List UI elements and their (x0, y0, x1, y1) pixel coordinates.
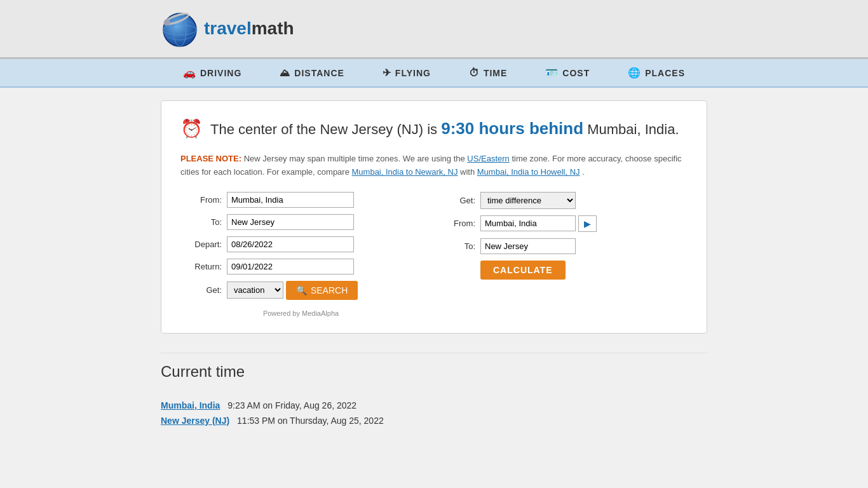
result-heading: ⏰ The center of the New Jersey (NJ) is 9… (180, 117, 688, 140)
powered-by: Powered by MediaAlpha (180, 309, 421, 317)
note-text1: New Jersey may span multiple time zones.… (244, 154, 468, 163)
nav-places[interactable]: 🌐 PLACES (609, 59, 704, 86)
mumbai-time-row: Mumbai, India 9:23 AM on Friday, Aug 26,… (161, 400, 707, 410)
result-prefix: The center of the (210, 121, 316, 137)
plane-icon: ✈ (383, 67, 391, 79)
nav-cost[interactable]: 🪪 COST (526, 59, 609, 86)
return-input[interactable] (227, 259, 354, 274)
nav-time-label: TIME (484, 68, 507, 78)
note-text3: with (460, 167, 477, 177)
search-label: SEARCH (311, 285, 348, 295)
logo-travel: travel (204, 18, 252, 38)
divider (161, 353, 707, 353)
calculate-button[interactable]: CALCULATE (480, 261, 566, 280)
site-header: travelmath (0, 0, 868, 59)
mumbai-time: 9:23 AM on Friday, Aug 26, 2022 (227, 400, 356, 410)
main-content: ⏰ The center of the New Jersey (NJ) is 9… (148, 100, 720, 426)
globe-nav-icon: 🌐 (628, 67, 641, 79)
nj-time: 11:53 PM on Thursday, Aug 25, 2022 (237, 416, 384, 426)
nav-flying-label: FLYING (395, 68, 431, 78)
nav-flying[interactable]: ✈ FLYING (363, 59, 450, 86)
cost-icon: 🪪 (545, 67, 559, 79)
from-row: From: (180, 192, 421, 208)
current-time-section: Current time Mumbai, India 9:23 AM on Fr… (161, 363, 707, 426)
logo-text: travelmath (204, 18, 294, 39)
get-label-left: Get: (180, 285, 222, 295)
result-is: is (427, 121, 437, 137)
from-label: From: (180, 195, 222, 205)
result-time-diff: 9:30 hours behind (441, 119, 583, 138)
mumbai-link[interactable]: Mumbai, India (161, 400, 220, 410)
car-icon: 🚗 (183, 67, 196, 79)
current-time-title: Current time (161, 363, 707, 381)
swap-button[interactable]: ▶ (578, 215, 597, 232)
search-icon: 🔍 (296, 285, 307, 295)
note-section: PLEASE NOTE: New Jersey may span multipl… (180, 152, 688, 179)
nav-driving-label: DRIVING (200, 68, 241, 78)
right-form: Get: time difference driving time distan… (447, 192, 688, 280)
right-to-row: To: (447, 238, 688, 254)
right-to-label: To: (447, 241, 475, 251)
right-from-label: From: (447, 219, 475, 228)
nj-link[interactable]: New Jersey (NJ) (161, 416, 229, 426)
svg-point-5 (164, 19, 170, 25)
logo-math: math (252, 18, 294, 38)
newark-link[interactable]: Mumbai, India to Newark, NJ (352, 167, 458, 177)
get-label-right: Get: (447, 196, 475, 205)
main-nav: 🚗 DRIVING ⛰ DISTANCE ✈ FLYING ⏱ TIME 🪪 C… (0, 59, 868, 88)
result-suffix: Mumbai, India. (587, 121, 679, 137)
right-from-row: From: ▶ (447, 215, 688, 232)
nav-places-label: PLACES (645, 68, 685, 78)
to-row: To: (180, 214, 421, 230)
nav-distance[interactable]: ⛰ DISTANCE (261, 59, 363, 86)
get-row-left: Get: vacation flights hotels car rental … (180, 281, 421, 300)
nav-distance-label: DISTANCE (294, 68, 344, 78)
nj-time-row: New Jersey (NJ) 11:53 PM on Thursday, Au… (161, 416, 707, 426)
result-location: New Jersey (NJ) (320, 121, 423, 137)
result-text: The center of the New Jersey (NJ) is 9:3… (210, 117, 679, 140)
right-to-input[interactable] (480, 238, 576, 254)
site-logo[interactable]: travelmath (161, 10, 294, 48)
nav-driving[interactable]: 🚗 DRIVING (164, 59, 261, 86)
howell-link[interactable]: Mumbai, India to Howell, NJ (477, 167, 580, 177)
get-row-right: Get: time difference driving time distan… (447, 192, 688, 209)
form-area: From: To: Depart: Return: Get: (180, 192, 688, 317)
globe-icon (161, 10, 199, 48)
get-select-left[interactable]: vacation flights hotels car rental (227, 281, 283, 299)
return-row: Return: (180, 259, 421, 274)
nav-time[interactable]: ⏱ TIME (450, 59, 526, 86)
clock-icon: ⏰ (180, 118, 203, 139)
left-form: From: To: Depart: Return: Get: (180, 192, 421, 317)
please-note-label: PLEASE NOTE: (180, 154, 241, 163)
nav-cost-label: COST (562, 68, 590, 78)
note-text4: . (582, 167, 585, 177)
search-button[interactable]: 🔍 SEARCH (286, 281, 358, 300)
depart-label: Depart: (180, 240, 222, 249)
right-from-input[interactable] (480, 215, 576, 231)
return-label: Return: (180, 262, 222, 271)
mountain-icon: ⛰ (280, 67, 290, 79)
from-input[interactable] (227, 192, 354, 208)
clock-nav-icon: ⏱ (469, 67, 480, 79)
get-select-right[interactable]: time difference driving time distance co… (480, 192, 576, 209)
depart-input[interactable] (227, 236, 354, 252)
us-eastern-link[interactable]: US/Eastern (467, 154, 509, 163)
to-input[interactable] (227, 214, 354, 230)
depart-row: Depart: (180, 236, 421, 252)
content-card: ⏰ The center of the New Jersey (NJ) is 9… (161, 100, 707, 334)
to-label: To: (180, 217, 222, 227)
